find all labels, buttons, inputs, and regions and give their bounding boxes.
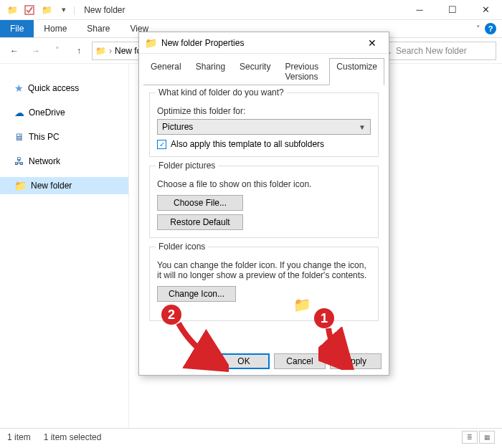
- chevron-right-icon: ›: [109, 46, 112, 56]
- chevron-down-icon: ▼: [359, 123, 366, 131]
- optimize-dropdown[interactable]: Pictures ▼: [157, 119, 371, 135]
- maximize-button[interactable]: ☐: [436, 0, 469, 20]
- folder-icon: 📁: [39, 2, 55, 18]
- apply-button[interactable]: Apply: [330, 353, 382, 369]
- file-tab[interactable]: File: [0, 20, 34, 37]
- dialog-close-button[interactable]: ✕: [361, 34, 383, 52]
- tab-security[interactable]: Security: [232, 58, 278, 85]
- star-icon: ★: [14, 82, 24, 94]
- sidebar-item-new-folder[interactable]: 📁 New folder: [0, 177, 128, 194]
- folder-icon: 📁: [4, 2, 20, 18]
- up-button[interactable]: ↑: [70, 42, 87, 59]
- optimize-label: Optimize this folder for:: [157, 106, 371, 116]
- sidebar-item-onedrive[interactable]: ☁ OneDrive: [0, 104, 128, 121]
- minimize-button[interactable]: ─: [403, 0, 436, 20]
- group-folder-type-title: What kind of folder do you want?: [156, 87, 287, 97]
- cancel-button[interactable]: Cancel: [274, 353, 326, 369]
- tab-home[interactable]: Home: [34, 20, 77, 37]
- close-button[interactable]: ✕: [469, 0, 502, 20]
- ribbon-collapse-icon[interactable]: ˅: [476, 24, 480, 34]
- sidebar-item-quick-access[interactable]: ★ Quick access: [0, 80, 128, 97]
- dialog-title: New folder Properties: [161, 38, 244, 48]
- help-icon[interactable]: ?: [485, 23, 496, 34]
- sidebar-item-this-pc[interactable]: 🖥 This PC: [0, 128, 128, 146]
- history-dropdown[interactable]: ˅: [49, 42, 66, 59]
- folder-icon: 📁: [14, 180, 27, 191]
- cloud-icon: ☁: [14, 107, 24, 118]
- folder-icon: 📁: [95, 46, 106, 56]
- change-icon-button[interactable]: Change Icon...: [157, 286, 236, 302]
- svg-rect-0: [25, 6, 34, 14]
- folder-pictures-desc: Choose a file to show on this folder ico…: [157, 179, 371, 189]
- computer-icon: 🖥: [14, 131, 24, 143]
- folder-icons-desc: You can change the folder icon. If you c…: [157, 260, 371, 280]
- status-item-count: 1 item: [7, 432, 31, 442]
- group-folder-icons-title: Folder icons: [156, 242, 208, 252]
- forward-button[interactable]: →: [27, 42, 44, 59]
- tab-share[interactable]: Share: [77, 20, 120, 37]
- choose-file-button[interactable]: Choose File...: [157, 195, 243, 211]
- apply-subfolders-checkbox[interactable]: ✓: [157, 140, 166, 149]
- folder-icon: 📁: [145, 37, 157, 49]
- window-title: New folder: [75, 5, 125, 15]
- status-selected-count: 1 item selected: [44, 432, 102, 442]
- checkbox-label: Also apply this template to all subfolde…: [171, 139, 324, 149]
- qat-menu-icon[interactable]: ▾: [56, 2, 72, 18]
- sidebar-item-network[interactable]: 🖧 Network: [0, 153, 128, 170]
- back-button[interactable]: ←: [6, 42, 23, 59]
- tab-general[interactable]: General: [143, 58, 189, 85]
- ok-button[interactable]: OK: [218, 353, 270, 369]
- details-view-button[interactable]: ≣: [462, 431, 478, 444]
- network-icon: 🖧: [14, 156, 24, 167]
- breadcrumb[interactable]: New fo: [115, 46, 141, 56]
- folder-preview-icon: 📁: [293, 296, 311, 313]
- icons-view-button[interactable]: ▦: [479, 431, 495, 444]
- search-input[interactable]: 🔍︎ Search New folder: [378, 42, 496, 60]
- qat-properties-icon[interactable]: [22, 2, 37, 18]
- group-folder-pictures-title: Folder pictures: [156, 161, 218, 171]
- tab-previous-versions[interactable]: Previous Versions: [278, 58, 329, 85]
- tab-sharing[interactable]: Sharing: [189, 58, 232, 85]
- restore-default-button[interactable]: Restore Default: [157, 214, 243, 230]
- dropdown-value: Pictures: [162, 122, 193, 132]
- tab-customize[interactable]: Customize: [329, 58, 384, 85]
- properties-dialog: 📁 New folder Properties ✕ General Sharin…: [138, 32, 389, 376]
- search-placeholder: Search New folder: [396, 46, 467, 56]
